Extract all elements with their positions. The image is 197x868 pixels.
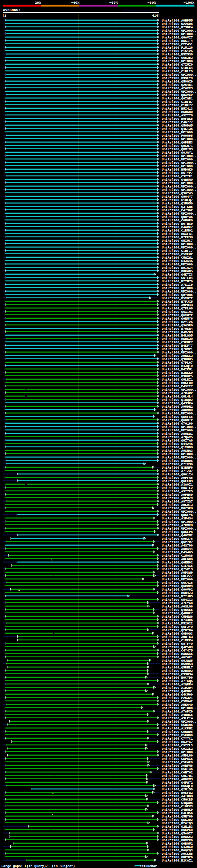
- svg-text:(in Subject): (in Subject): [50, 864, 75, 868]
- svg-text:~80%: ~80%: [147, 1, 156, 5]
- svg-text:|1: |1: [2, 14, 6, 18]
- svg-text:AlignView.pm Beta rel.7: AlignView.pm Beta rel.7: [124, 9, 159, 12]
- svg-text:Large gaps:: Large gaps:: [2, 864, 25, 868]
- svg-text:~60%: ~60%: [109, 1, 118, 5]
- svg-text:(in Query)/: (in Query)/: [27, 864, 48, 868]
- svg-text:AV638657: AV638657: [3, 8, 21, 12]
- svg-text:~100%: ~100%: [184, 1, 195, 5]
- svg-text:UniRef100_B2CAZ1: UniRef100_B2CAZ1: [162, 859, 193, 863]
- svg-text:20%: 20%: [35, 1, 41, 5]
- svg-text:~40%: ~40%: [71, 1, 80, 5]
- svg-text:414|: 414|: [152, 14, 160, 18]
- svg-text:=100char.: =100char.: [141, 864, 159, 868]
